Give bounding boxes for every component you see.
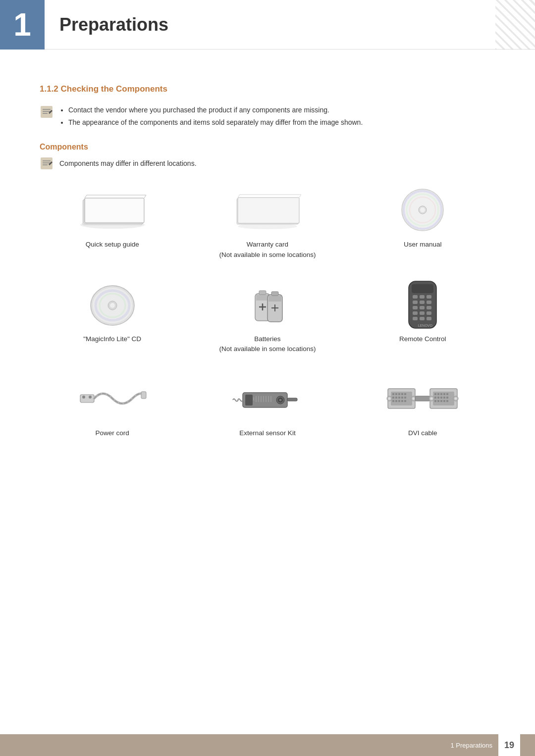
footer-text: 1 Preparations <box>450 742 492 749</box>
svg-point-81 <box>279 399 281 402</box>
list-item: Warranty card (Not available in some loc… <box>195 185 340 260</box>
svg-line-14 <box>144 195 146 198</box>
dvi-cable-image <box>383 374 462 423</box>
svg-rect-107 <box>434 393 436 395</box>
svg-text:LENOVO: LENOVO <box>418 324 433 327</box>
note-list: Contact the vendor where you purchased t… <box>59 104 363 129</box>
svg-rect-113 <box>437 397 439 399</box>
svg-point-36 <box>110 303 115 308</box>
svg-rect-117 <box>434 400 436 402</box>
svg-rect-51 <box>427 295 431 299</box>
components-note-icon <box>40 156 54 170</box>
svg-rect-108 <box>437 393 439 395</box>
svg-line-15 <box>85 195 87 198</box>
svg-rect-96 <box>395 400 397 402</box>
svg-rect-49 <box>413 295 418 299</box>
svg-rect-39 <box>256 295 269 301</box>
svg-rect-58 <box>413 311 418 315</box>
svg-point-125 <box>455 398 457 400</box>
svg-rect-112 <box>434 397 436 399</box>
svg-rect-82 <box>287 398 297 401</box>
footer: 1 Preparations 19 <box>0 734 535 756</box>
svg-rect-92 <box>398 397 400 399</box>
user-manual-label: User manual <box>404 240 442 250</box>
svg-rect-48 <box>412 284 433 293</box>
dvi-cable-label: DVI cable <box>408 428 437 438</box>
components-note-text: Components may differ in different locat… <box>59 159 197 167</box>
magicinfo-cd-image <box>73 280 152 329</box>
quick-setup-guide-image <box>73 185 152 235</box>
svg-rect-120 <box>443 400 445 402</box>
note-item-2: The appearance of the components and ite… <box>68 116 363 129</box>
svg-rect-60 <box>427 311 431 315</box>
svg-rect-99 <box>404 400 406 402</box>
svg-rect-68 <box>141 392 146 399</box>
svg-rect-54 <box>427 301 431 304</box>
power-cord-image <box>73 374 152 423</box>
note-icon <box>40 105 54 119</box>
batteries-image <box>228 280 307 329</box>
svg-rect-38 <box>259 291 266 295</box>
svg-rect-56 <box>420 306 425 309</box>
svg-rect-20 <box>238 198 299 223</box>
stripe-decoration <box>495 0 535 50</box>
list-item: Batteries (Not available in some locatio… <box>195 280 340 354</box>
svg-rect-109 <box>440 393 442 395</box>
svg-rect-88 <box>401 393 403 395</box>
main-content: 1.1.2 Checking the Components Contact th… <box>0 50 535 478</box>
header: 1 Preparations <box>0 0 535 50</box>
svg-rect-86 <box>395 393 397 395</box>
svg-rect-91 <box>395 397 397 399</box>
svg-rect-118 <box>437 400 439 402</box>
svg-rect-90 <box>392 397 394 399</box>
svg-rect-55 <box>413 306 418 309</box>
remote-control-label: Remote Control <box>399 334 446 344</box>
magicinfo-cd-label: "MagicInfo Lite" CD <box>83 334 141 344</box>
svg-rect-44 <box>268 296 281 302</box>
svg-rect-94 <box>404 397 406 399</box>
svg-rect-98 <box>401 400 403 402</box>
chapter-number: 1 <box>13 6 31 43</box>
power-cord-label: Power cord <box>96 428 129 438</box>
svg-line-21 <box>299 195 301 198</box>
svg-rect-87 <box>398 393 400 395</box>
svg-rect-65 <box>80 395 94 403</box>
list-item: User manual <box>350 185 495 260</box>
svg-rect-119 <box>440 400 442 402</box>
components-label: Components <box>40 143 495 151</box>
svg-rect-93 <box>401 397 403 399</box>
user-manual-image <box>383 185 462 235</box>
svg-rect-53 <box>420 301 425 304</box>
svg-point-67 <box>89 396 92 399</box>
svg-rect-43 <box>271 292 278 296</box>
list-item: LENOVO Remote Control <box>350 280 495 354</box>
svg-rect-121 <box>446 400 448 402</box>
svg-point-66 <box>82 396 85 399</box>
svg-rect-114 <box>440 397 442 399</box>
svg-rect-111 <box>446 393 448 395</box>
svg-rect-61 <box>413 317 418 320</box>
svg-rect-85 <box>392 393 394 395</box>
note-block: Contact the vendor where you purchased t… <box>40 104 495 129</box>
list-item: Power cord <box>40 374 185 438</box>
svg-rect-17 <box>86 199 143 222</box>
section-heading: 1.1.2 Checking the Components <box>40 84 495 94</box>
svg-point-30 <box>420 207 425 212</box>
chapter-number-block: 1 <box>0 0 45 50</box>
svg-rect-104 <box>415 396 430 401</box>
warranty-card-label: Warranty card (Not available in some loc… <box>219 240 316 260</box>
svg-point-103 <box>413 398 415 400</box>
svg-rect-62 <box>420 317 425 320</box>
svg-rect-63 <box>427 317 431 320</box>
batteries-label: Batteries (Not available in some locatio… <box>219 334 316 354</box>
list-item: Quick setup guide <box>40 185 185 260</box>
note-item-1: Contact the vendor where you purchased t… <box>68 104 363 116</box>
quick-setup-guide-label: Quick setup guide <box>86 240 139 250</box>
external-sensor-kit-image <box>228 374 307 423</box>
svg-rect-97 <box>398 400 400 402</box>
svg-rect-95 <box>392 400 394 402</box>
svg-rect-110 <box>443 393 445 395</box>
svg-line-22 <box>238 195 240 198</box>
components-grid: Quick setup guide Warranty card (Not ava… <box>40 185 495 438</box>
remote-control-image: LENOVO <box>383 280 462 329</box>
